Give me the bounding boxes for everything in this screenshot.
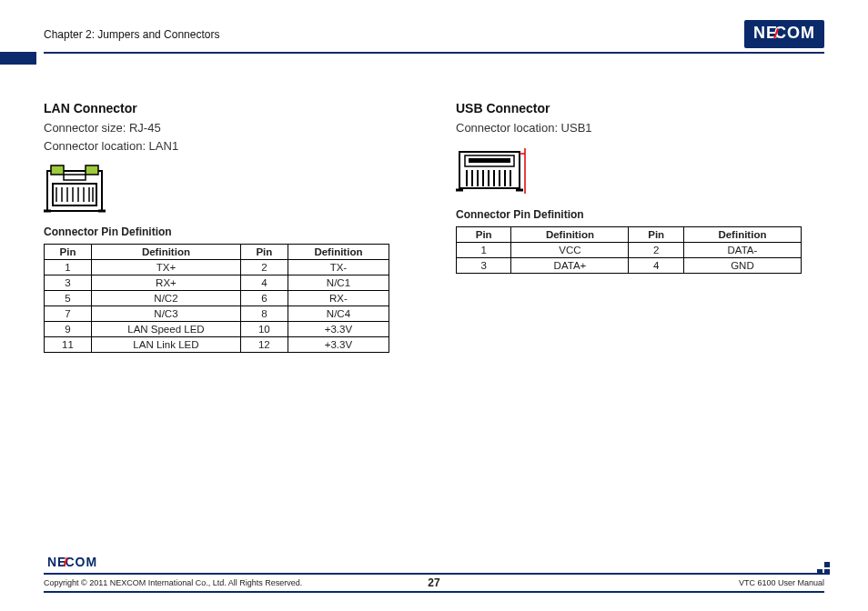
table-row: 11LAN Link LED12+3.3V (45, 337, 389, 353)
table-cell: 5 (45, 291, 92, 306)
table-cell: 6 (240, 291, 288, 306)
table-cell: LAN Speed LED (91, 322, 240, 337)
table-cell: RX+ (91, 275, 240, 291)
svg-rect-3 (86, 165, 98, 175)
th-pin: Pin (629, 226, 683, 242)
table-row: 1TX+2TX- (45, 260, 389, 275)
lan-pin-table: Pin Definition Pin Definition 1TX+2TX-3R… (44, 244, 389, 353)
table-row: 3RX+4N/C1 (45, 275, 389, 291)
table-cell: N/C3 (91, 306, 240, 322)
table-row: 1VCC2DATA- (457, 242, 802, 257)
table-cell: 3 (45, 275, 92, 291)
table-cell: N/C4 (288, 306, 389, 322)
table-cell: N/C1 (288, 275, 389, 291)
th-def: Definition (683, 226, 801, 242)
table-cell: DATA+ (511, 257, 629, 273)
table-cell: 10 (240, 322, 288, 337)
svg-rect-1 (53, 184, 96, 205)
table-cell: DATA- (683, 242, 801, 257)
lan-diagram (44, 164, 412, 215)
th-def: Definition (288, 245, 389, 260)
table-cell: 4 (629, 257, 683, 273)
lan-def-heading: Connector Pin Definition (44, 225, 412, 238)
th-pin: Pin (457, 226, 511, 242)
table-cell: RX- (288, 291, 389, 306)
header-bar: Chapter 2: Jumpers and Connectors NECOM (44, 20, 824, 54)
table-cell: 9 (45, 322, 92, 337)
table-cell: 4 (240, 275, 288, 291)
table-cell: +3.3V (288, 322, 389, 337)
th-def: Definition (511, 226, 629, 242)
usb-def-heading: Connector Pin Definition (456, 208, 824, 221)
table-row: 3DATA+4GND (457, 257, 802, 273)
nexcom-logo: NECOM (744, 20, 824, 48)
table-cell: 8 (240, 306, 288, 322)
table-cell: TX- (288, 260, 389, 275)
table-cell: 2 (629, 242, 683, 257)
footer-bar: NECOM Copyright © 2011 NEXCOM Internatio… (44, 573, 824, 593)
chapter-title: Chapter 2: Jumpers and Connectors (44, 28, 219, 41)
table-cell: 1 (45, 260, 92, 275)
svg-rect-4 (64, 175, 86, 180)
usb-title: USB Connector (456, 101, 824, 115)
table-row: 9LAN Speed LED10+3.3V (45, 322, 389, 337)
table-cell: LAN Link LED (91, 337, 240, 353)
corner-icon (817, 562, 830, 575)
usb-column: USB Connector Connector location: USB1 (456, 101, 824, 353)
lan-column: LAN Connector Connector size: RJ-45 Conn… (44, 101, 412, 353)
table-cell: 2 (240, 260, 288, 275)
lan-title: LAN Connector (44, 101, 412, 115)
table-cell: +3.3V (288, 337, 389, 353)
usb-pin-table: Pin Definition Pin Definition 1VCC2DATA-… (456, 226, 802, 274)
table-cell: 7 (45, 306, 92, 322)
table-cell: 12 (240, 337, 288, 353)
accent-block (0, 52, 36, 65)
table-cell: VCC (511, 242, 629, 257)
manual-name: VTC 6100 User Manual (739, 578, 824, 587)
table-row: 7N/C38N/C4 (45, 306, 389, 322)
lan-size: Connector size: RJ-45 (44, 119, 412, 137)
table-cell: GND (683, 257, 801, 273)
table-row: 5N/C26RX- (45, 291, 389, 306)
th-pin: Pin (45, 245, 92, 260)
main-content: LAN Connector Connector size: RJ-45 Conn… (44, 101, 824, 353)
svg-rect-2 (51, 165, 64, 175)
table-cell: TX+ (91, 260, 240, 275)
th-pin: Pin (240, 245, 288, 260)
th-def: Definition (91, 245, 240, 260)
usb-location: Connector location: USB1 (456, 119, 824, 137)
svg-rect-17 (469, 158, 510, 163)
usb-diagram (456, 146, 824, 197)
page-number: 27 (44, 576, 824, 589)
footer-logo: NECOM (44, 555, 101, 569)
table-cell: 11 (45, 337, 92, 353)
table-cell: 1 (457, 242, 511, 257)
table-cell: 3 (457, 257, 511, 273)
lan-location: Connector location: LAN1 (44, 137, 412, 155)
table-cell: N/C2 (91, 291, 240, 306)
